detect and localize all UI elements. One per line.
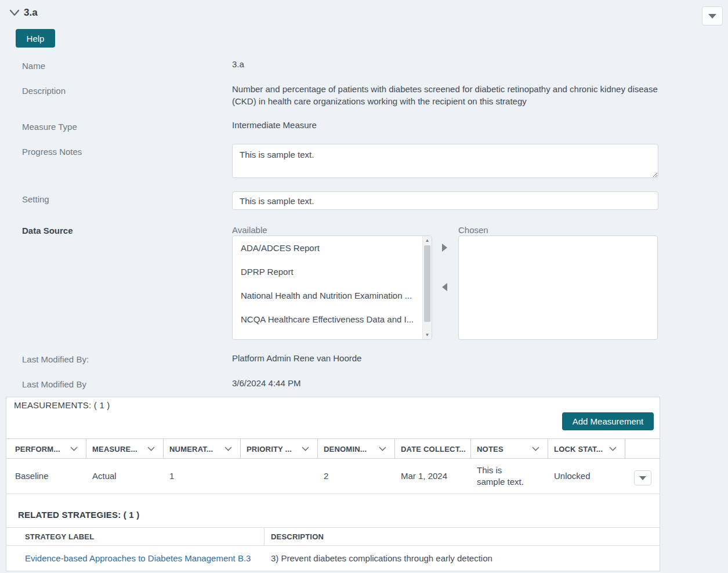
measurements-panel: MEASUREMENTS: ( 1 ) Add Measurement PERF…	[6, 397, 660, 571]
scrollbar[interactable]: ▲ ▼	[422, 236, 432, 339]
description-label: Description	[22, 86, 66, 96]
last-modified-by-name-label: Last Modified By:	[22, 354, 89, 364]
caret-down-icon	[639, 476, 646, 480]
page-title: 3.a	[24, 7, 38, 19]
strategy-link[interactable]: Evidence-based Approaches to Diabetes Ma…	[25, 553, 251, 563]
column-header-priority[interactable]: PRIORITY ...	[241, 439, 318, 459]
cell-lock-status: Unlocked	[548, 459, 625, 494]
cell-denominator: 2	[318, 459, 395, 494]
chevron-down-icon[interactable]	[147, 447, 155, 451]
last-modified-by-name-value: Platform Admin Rene van Hoorde	[232, 352, 361, 364]
chosen-listbox[interactable]	[458, 235, 658, 340]
last-modified-by-date-value: 3/6/2024 4:44 PM	[232, 377, 300, 389]
cell-priority	[241, 459, 318, 494]
available-listbox[interactable]: ADA/ADCES Report DPRP Report National He…	[232, 235, 432, 340]
column-header-description: DESCRIPTION	[271, 528, 324, 546]
column-header-measurement-type[interactable]: MEASURE...	[86, 439, 164, 459]
column-header-notes[interactable]: NOTES	[471, 439, 548, 459]
cell-notes: This is sample text.	[471, 459, 538, 494]
column-header-denominator[interactable]: DENOMIN...	[318, 439, 395, 459]
move-right-icon[interactable]	[442, 244, 447, 252]
cell-measurement-type: Actual	[86, 459, 164, 494]
list-item[interactable]: ADA/ADCES Report	[233, 236, 423, 260]
chevron-down-icon[interactable]	[609, 447, 617, 451]
chevron-down-icon[interactable]	[224, 447, 232, 451]
chosen-label: Chosen	[458, 225, 488, 235]
cell-strategy-description: 3) Prevent diabetes complications throug…	[271, 546, 654, 571]
measure-type-value: Intermediate Measure	[232, 119, 317, 131]
help-button[interactable]: Help	[16, 29, 55, 48]
column-header-actions	[625, 439, 660, 459]
name-value: 3.a	[232, 58, 244, 70]
available-label: Available	[232, 225, 267, 235]
cell-numerator: 1	[164, 459, 241, 494]
data-source-label: Data Source	[22, 226, 73, 235]
chevron-down-icon[interactable]	[302, 447, 309, 451]
add-measurement-button[interactable]: Add Measurement	[562, 412, 654, 430]
related-strategies-section-title: RELATED STRATEGIES: ( 1 )	[18, 510, 139, 520]
chevron-down-icon[interactable]	[70, 447, 78, 451]
collapse-chevron-icon[interactable]	[9, 9, 20, 16]
row-menu-button[interactable]	[634, 470, 651, 485]
related-strategies-table-header: STRATEGY LABEL DESCRIPTION	[6, 527, 660, 546]
measurements-section-title: MEASUREMENTS: ( 1 )	[14, 400, 110, 410]
table-row: Evidence-based Approaches to Diabetes Ma…	[6, 546, 660, 571]
last-modified-by-date-label: Last Modified By	[22, 379, 86, 389]
setting-label: Setting	[22, 194, 49, 204]
column-header-performance[interactable]: PERFORM...	[9, 439, 86, 459]
list-item[interactable]: DPRP Report	[233, 260, 423, 284]
cell-strategy-label: Evidence-based Approaches to Diabetes Ma…	[25, 546, 263, 571]
column-header-strategy-label: STRATEGY LABEL	[18, 528, 265, 546]
measure-type-label: Measure Type	[22, 122, 77, 132]
cell-performance: Baseline	[9, 459, 86, 494]
description-value: Number and percentage of patients with d…	[232, 83, 658, 107]
caret-down-icon	[708, 14, 716, 19]
column-header-date-collected[interactable]: DATE COLLECT...	[395, 439, 471, 459]
chevron-down-icon[interactable]	[379, 447, 386, 451]
column-header-lock-status[interactable]: LOCK STAT...	[548, 439, 625, 459]
progress-notes-label: Progress Notes	[22, 147, 82, 157]
column-header-numerator[interactable]: NUMERAT...	[164, 439, 241, 459]
name-label: Name	[22, 61, 45, 71]
measure-detail-page: 3.a Help Name 3.a Description Number and…	[0, 0, 728, 573]
chevron-down-icon[interactable]	[532, 447, 539, 451]
measurements-table-header: PERFORM... MEASURE... NUMERAT... PRIORIT…	[6, 438, 660, 459]
progress-notes-input[interactable]: This is sample text.	[232, 144, 658, 178]
section-menu-button[interactable]	[702, 6, 723, 26]
cell-date-collected: Mar 1, 2024	[395, 459, 471, 494]
move-left-icon[interactable]	[442, 283, 447, 291]
list-item[interactable]: NCQA Healthcare Effectiveness Data and I…	[233, 307, 423, 331]
table-row: Baseline Actual 1 2 Mar 1, 2024 This is …	[6, 459, 660, 494]
scrollbar-thumb[interactable]	[424, 245, 430, 322]
scroll-down-icon[interactable]: ▼	[423, 331, 432, 339]
setting-input[interactable]	[232, 191, 658, 210]
list-item[interactable]: National Health and Nutrition Examinatio…	[233, 284, 423, 307]
scroll-up-icon[interactable]: ▲	[423, 236, 432, 245]
